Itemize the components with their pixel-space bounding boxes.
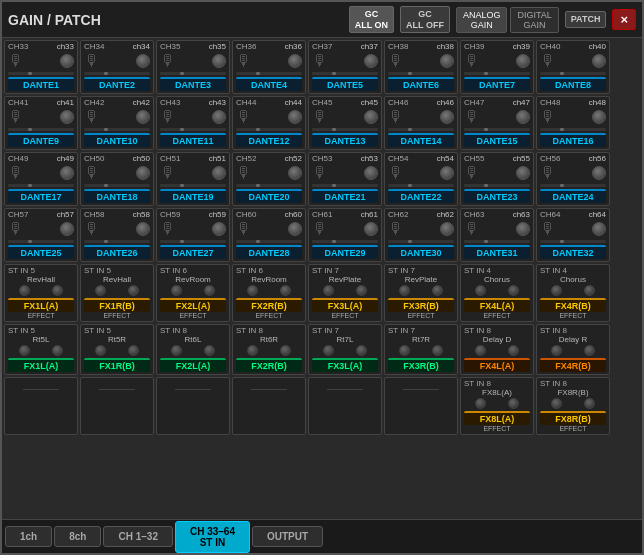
- gain-knob[interactable]: [592, 222, 606, 236]
- close-button[interactable]: ×: [612, 9, 636, 31]
- channel-cell-0-3[interactable]: CH36ch36🎙DANTE4: [232, 40, 306, 94]
- channel-cell-6-5[interactable]: ————: [384, 377, 458, 435]
- small-knob[interactable]: [551, 285, 562, 296]
- tab-8ch[interactable]: 8ch: [54, 526, 101, 547]
- gain-knob[interactable]: [592, 54, 606, 68]
- channel-cell-4-4[interactable]: ST IN 7RevPlateFX3L(A)EFFECT: [308, 264, 382, 322]
- channel-cell-3-7[interactable]: CH64ch64🎙DANTE32: [536, 208, 610, 262]
- channel-cell-2-5[interactable]: CH54ch54🎙DANTE22: [384, 152, 458, 206]
- channel-cell-4-3[interactable]: ST IN 6RevRoomFX2R(B)EFFECT: [232, 264, 306, 322]
- small-knob[interactable]: [399, 345, 410, 356]
- tab-ch1-32[interactable]: CH 1–32: [103, 526, 172, 547]
- small-knob[interactable]: [323, 285, 334, 296]
- channel-cell-1-1[interactable]: CH42ch42🎙DANTE10: [80, 96, 154, 150]
- tab-1ch[interactable]: 1ch: [5, 526, 52, 547]
- channel-cell-5-6[interactable]: ST IN 8Delay DFX4L(A): [460, 324, 534, 375]
- channel-cell-6-1[interactable]: ————: [80, 377, 154, 435]
- channel-cell-3-1[interactable]: CH58ch58🎙DANTE26: [80, 208, 154, 262]
- channel-cell-1-0[interactable]: CH41ch41🎙DANTE9: [4, 96, 78, 150]
- channel-cell-0-2[interactable]: CH35ch35🎙DANTE3: [156, 40, 230, 94]
- channel-cell-2-1[interactable]: CH50ch50🎙DANTE18: [80, 152, 154, 206]
- small-knob[interactable]: [356, 345, 367, 356]
- channel-cell-4-2[interactable]: ST IN 6RevRoomFX2L(A)EFFECT: [156, 264, 230, 322]
- channel-cell-0-1[interactable]: CH34ch34🎙DANTE2: [80, 40, 154, 94]
- channel-cell-6-3[interactable]: ————: [232, 377, 306, 435]
- gain-knob[interactable]: [592, 166, 606, 180]
- small-knob[interactable]: [52, 285, 63, 296]
- channel-cell-5-1[interactable]: ST IN 5Rt5RFX1R(B): [80, 324, 154, 375]
- gain-knob[interactable]: [440, 110, 454, 124]
- small-knob[interactable]: [128, 285, 139, 296]
- gain-knob[interactable]: [212, 54, 226, 68]
- channel-cell-6-4[interactable]: ————: [308, 377, 382, 435]
- small-knob[interactable]: [19, 345, 30, 356]
- channel-cell-2-3[interactable]: CH52ch52🎙DANTE20: [232, 152, 306, 206]
- small-knob[interactable]: [508, 398, 519, 409]
- small-knob[interactable]: [52, 345, 63, 356]
- gain-knob[interactable]: [440, 166, 454, 180]
- tab-output[interactable]: OUTPUT: [252, 526, 323, 547]
- channel-cell-1-7[interactable]: CH48ch48🎙DANTE16: [536, 96, 610, 150]
- gain-knob[interactable]: [516, 166, 530, 180]
- channel-cell-2-7[interactable]: CH56ch56🎙DANTE24: [536, 152, 610, 206]
- channel-cell-5-5[interactable]: ST IN 7Rt7RFX3R(B): [384, 324, 458, 375]
- channel-cell-1-3[interactable]: CH44ch44🎙DANTE12: [232, 96, 306, 150]
- gain-knob[interactable]: [60, 54, 74, 68]
- channel-cell-0-0[interactable]: CH33ch33🎙DANTE1: [4, 40, 78, 94]
- gain-knob[interactable]: [136, 222, 150, 236]
- small-knob[interactable]: [247, 285, 258, 296]
- small-knob[interactable]: [171, 285, 182, 296]
- small-knob[interactable]: [475, 285, 486, 296]
- gain-knob[interactable]: [60, 222, 74, 236]
- gain-knob[interactable]: [440, 222, 454, 236]
- channel-cell-3-2[interactable]: CH59ch59🎙DANTE27: [156, 208, 230, 262]
- channel-cell-0-6[interactable]: CH39ch39🎙DANTE7: [460, 40, 534, 94]
- gain-knob[interactable]: [516, 222, 530, 236]
- channel-cell-1-6[interactable]: CH47ch47🎙DANTE15: [460, 96, 534, 150]
- gain-knob[interactable]: [60, 166, 74, 180]
- gain-knob[interactable]: [60, 110, 74, 124]
- small-knob[interactable]: [19, 285, 30, 296]
- channel-cell-2-2[interactable]: CH51ch51🎙DANTE19: [156, 152, 230, 206]
- gain-knob[interactable]: [288, 110, 302, 124]
- small-knob[interactable]: [584, 398, 595, 409]
- small-knob[interactable]: [399, 285, 410, 296]
- small-knob[interactable]: [95, 285, 106, 296]
- gain-knob[interactable]: [136, 54, 150, 68]
- channel-cell-6-7[interactable]: ST IN 8FX8R(B)FX8R(B)EFFECT: [536, 377, 610, 435]
- gain-knob[interactable]: [288, 222, 302, 236]
- small-knob[interactable]: [280, 345, 291, 356]
- small-knob[interactable]: [584, 345, 595, 356]
- channel-cell-6-2[interactable]: ————: [156, 377, 230, 435]
- small-knob[interactable]: [432, 285, 443, 296]
- tab-ch33-64[interactable]: CH 33–64ST IN: [175, 521, 250, 553]
- patch-button[interactable]: PATCH: [565, 11, 607, 28]
- channel-cell-6-6[interactable]: ST IN 8FX8L(A)FX8L(A)EFFECT: [460, 377, 534, 435]
- small-knob[interactable]: [128, 345, 139, 356]
- gain-knob[interactable]: [516, 110, 530, 124]
- small-knob[interactable]: [95, 345, 106, 356]
- gain-knob[interactable]: [364, 222, 378, 236]
- small-knob[interactable]: [204, 285, 215, 296]
- gc-all-off-button[interactable]: GCALL OFF: [400, 6, 450, 34]
- small-knob[interactable]: [475, 345, 486, 356]
- channel-cell-2-6[interactable]: CH55ch55🎙DANTE23: [460, 152, 534, 206]
- channel-cell-5-7[interactable]: ST IN 8Delay RFX4R(B): [536, 324, 610, 375]
- small-knob[interactable]: [247, 345, 258, 356]
- gain-knob[interactable]: [212, 110, 226, 124]
- channel-cell-5-2[interactable]: ST IN 8Rt6LFX2L(A): [156, 324, 230, 375]
- channel-cell-3-0[interactable]: CH57ch57🎙DANTE25: [4, 208, 78, 262]
- channel-cell-1-2[interactable]: CH43ch43🎙DANTE11: [156, 96, 230, 150]
- small-knob[interactable]: [432, 345, 443, 356]
- gain-knob[interactable]: [288, 54, 302, 68]
- small-knob[interactable]: [171, 345, 182, 356]
- channel-cell-3-6[interactable]: CH63ch63🎙DANTE31: [460, 208, 534, 262]
- channel-cell-1-5[interactable]: CH46ch46🎙DANTE14: [384, 96, 458, 150]
- gain-knob[interactable]: [592, 110, 606, 124]
- gain-knob[interactable]: [136, 166, 150, 180]
- gain-knob[interactable]: [136, 110, 150, 124]
- channel-cell-5-0[interactable]: ST IN 5Rt5LFX1L(A): [4, 324, 78, 375]
- channel-cell-4-7[interactable]: ST IN 4ChorusFX4R(B)EFFECT: [536, 264, 610, 322]
- small-knob[interactable]: [204, 345, 215, 356]
- small-knob[interactable]: [551, 345, 562, 356]
